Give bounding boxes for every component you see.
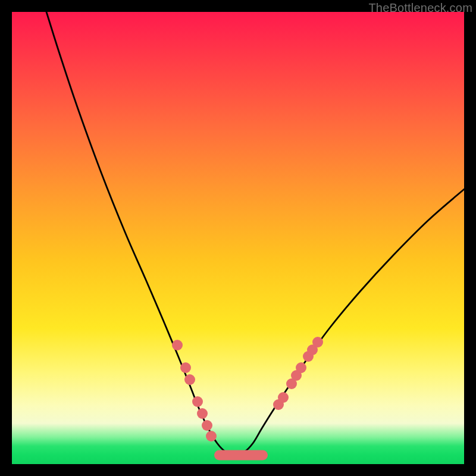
highlight-point [172,340,183,350]
highlight-point [206,431,217,441]
highlight-point [184,374,195,385]
highlight-point [180,362,191,373]
curve-svg [12,12,464,464]
highlight-point [197,408,208,419]
plateau-bar [214,450,268,461]
highlight-point [202,420,212,431]
chart-frame: TheBottleneck.com [0,0,476,476]
highlight-markers [172,337,323,441]
highlight-point [296,362,306,373]
highlight-point [278,392,289,403]
bottom-plateau [214,450,268,461]
plot-area [12,12,464,464]
highlight-point [312,337,323,347]
highlight-point [192,396,203,407]
bottleneck-curve [46,12,464,455]
